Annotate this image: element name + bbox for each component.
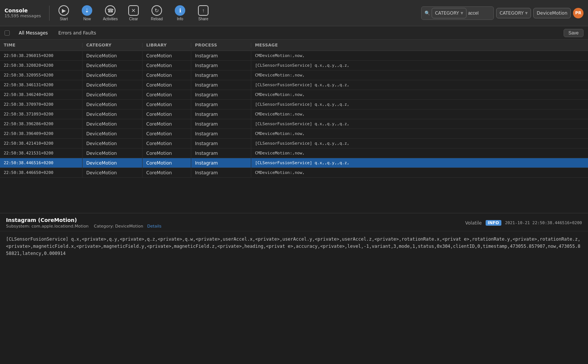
cell-process: Instagram [191, 100, 251, 109]
cell-message: CMDeviceMotion: ,now, [251, 70, 588, 80]
cell-message: [CLSensorFusionService] q.x,,q.y,,q.z, [251, 100, 588, 109]
volatile-label: Volatile [465, 220, 482, 226]
cell-time: 22:50:38.346131+0200 [0, 80, 82, 90]
clear-button[interactable]: ✕ Clear [123, 3, 144, 24]
reload-button[interactable]: ↻ Reload [146, 3, 167, 24]
messages-checkbox[interactable] [4, 30, 10, 36]
cell-process: Instagram [191, 51, 251, 60]
app-name: Console [4, 7, 41, 13]
col-category: Category [82, 43, 142, 48]
search-input[interactable] [468, 10, 490, 16]
table-row[interactable]: 22:50:38.396286+0200 DeviceMotion CoreMo… [0, 119, 588, 129]
cell-time: 22:50:38.370970+0200 [0, 100, 82, 109]
detail-body: [CLSensorFusionService] q.x,<private>,q.… [0, 231, 588, 262]
table-header: Time Category Library Process Message [0, 40, 588, 51]
chevron-down-icon-2: ▼ [525, 11, 528, 15]
subbar: All Messages Errors and Faults Save [0, 26, 588, 40]
reload-icon: ↻ [152, 5, 162, 16]
table-row[interactable]: 22:50:38.320820+0200 DeviceMotion CoreMo… [0, 61, 588, 70]
detail-right: Volatile INFO 2021-10-21 22:50:38.446516… [465, 220, 582, 226]
activities-button[interactable]: ☎ Activities [100, 3, 121, 24]
cell-category: DeviceMotion [82, 168, 142, 177]
pr-badge[interactable]: PR [573, 8, 584, 18]
table-row[interactable]: 22:50:38.421410+0200 DeviceMotion CoreMo… [0, 139, 588, 148]
start-icon: ▶ [58, 5, 69, 16]
details-link[interactable]: Details [147, 224, 161, 229]
table-row[interactable]: 22:50:38.346240+0200 DeviceMotion CoreMo… [0, 90, 588, 100]
table-body: 22:50:38.296015+0200 DeviceMotion CoreMo… [0, 51, 588, 213]
table-row[interactable]: 22:50:38.320955+0200 DeviceMotion CoreMo… [0, 70, 588, 80]
toolbar: Console 15,595 messages ▶ Start ⇣ Now ☎ … [0, 0, 588, 26]
cell-process: Instagram [191, 158, 251, 168]
cell-message: [CLSensorFusionService] q.x,,q.y,,q.z, [251, 61, 588, 70]
cell-time: 22:50:38.296015+0200 [0, 51, 82, 60]
cell-category: DeviceMotion [82, 119, 142, 129]
detail-meta: Subsystem: com.apple.locationd.Motion Ca… [6, 224, 162, 229]
info-button[interactable]: ℹ Info [170, 3, 190, 24]
cell-message: CMDeviceMotion: ,now, [251, 90, 588, 99]
cell-category: DeviceMotion [82, 109, 142, 119]
cell-library: CoreMotion [142, 129, 191, 138]
cell-message: CMDeviceMotion: ,now, [251, 148, 588, 158]
search-icon: 🔍 [424, 10, 430, 16]
table-row[interactable]: 22:50:38.396409+0200 DeviceMotion CoreMo… [0, 129, 588, 139]
cell-library: CoreMotion [142, 51, 191, 60]
info-icon: ℹ [175, 5, 185, 16]
search-box[interactable]: 🔍 CATEGORY ▼ [421, 6, 494, 20]
table-row[interactable]: 22:50:38.446516+0200 DeviceMotion CoreMo… [0, 158, 588, 168]
cell-category: DeviceMotion [82, 61, 142, 70]
cell-process: Instagram [191, 70, 251, 80]
cell-library: CoreMotion [142, 158, 191, 168]
cell-message: CMDeviceMotion: ,now, [251, 129, 588, 138]
start-button[interactable]: ▶ Start [53, 3, 74, 24]
cell-library: CoreMotion [142, 61, 191, 70]
col-message: Message [251, 43, 588, 48]
cell-process: Instagram [191, 168, 251, 177]
cell-process: Instagram [191, 139, 251, 148]
detail-header: Instagram (CoreMotion) Subsystem: com.ap… [0, 213, 588, 231]
cell-category: DeviceMotion [82, 51, 142, 60]
cell-message: [CLSensorFusionService] q.x,,q.y,,q.z, [251, 80, 588, 90]
cell-category: DeviceMotion [82, 158, 142, 168]
tab-all-messages[interactable]: All Messages [14, 29, 52, 37]
subsystem-text: Subsystem: com.apple.locationd.Motion [6, 224, 88, 229]
cell-process: Instagram [191, 61, 251, 70]
cell-process: Instagram [191, 80, 251, 90]
cell-process: Instagram [191, 109, 251, 119]
cell-library: CoreMotion [142, 70, 191, 80]
cell-category: DeviceMotion [82, 90, 142, 99]
clear-icon: ✕ [128, 5, 139, 16]
table-row[interactable]: 22:50:38.421531+0200 DeviceMotion CoreMo… [0, 148, 588, 158]
filter-value-display: DeviceMotion [533, 8, 571, 18]
cell-category: DeviceMotion [82, 139, 142, 148]
tab-errors-faults[interactable]: Errors and Faults [54, 29, 101, 37]
cell-time: 22:50:38.396286+0200 [0, 119, 82, 129]
cell-time: 22:50:38.320955+0200 [0, 70, 82, 80]
cell-library: CoreMotion [142, 139, 191, 148]
cell-message: CMDeviceMotion: ,now, [251, 168, 588, 177]
share-button[interactable]: ↑ Share [193, 3, 214, 24]
table-row[interactable]: 22:50:38.370970+0200 DeviceMotion CoreMo… [0, 100, 588, 109]
cell-library: CoreMotion [142, 109, 191, 119]
cell-time: 22:50:38.421410+0200 [0, 139, 82, 148]
table-row[interactable]: 22:50:38.371093+0200 DeviceMotion CoreMo… [0, 109, 588, 119]
category-filter-2[interactable]: CATEGORY ▼ [496, 8, 531, 18]
toolbar-separator-1 [49, 6, 50, 21]
table-row[interactable]: 22:50:38.446650+0200 DeviceMotion CoreMo… [0, 168, 588, 178]
table-row[interactable]: 22:50:38.346131+0200 DeviceMotion CoreMo… [0, 80, 588, 90]
cell-message: CMDeviceMotion: ,now, [251, 51, 588, 60]
cell-message: [CLSensorFusionService] q.x,,q.y,,q.z, [251, 119, 588, 129]
cell-message: [CLSensorFusionService] q.x,,q.y,,q.z, [251, 158, 588, 168]
cell-time: 22:50:38.346240+0200 [0, 90, 82, 99]
table-row[interactable]: 22:50:38.296015+0200 DeviceMotion CoreMo… [0, 51, 588, 61]
cell-process: Instagram [191, 90, 251, 99]
cell-library: CoreMotion [142, 100, 191, 109]
log-table: Time Category Library Process Message 22… [0, 40, 588, 213]
category-filter-1[interactable]: CATEGORY ▼ [432, 8, 466, 18]
cell-library: CoreMotion [142, 90, 191, 99]
cell-category: DeviceMotion [82, 80, 142, 90]
message-count: 15,595 messages [4, 13, 41, 18]
save-button[interactable]: Save [564, 29, 584, 37]
now-button[interactable]: ⇣ Now [76, 3, 98, 24]
col-library: Library [142, 43, 191, 48]
